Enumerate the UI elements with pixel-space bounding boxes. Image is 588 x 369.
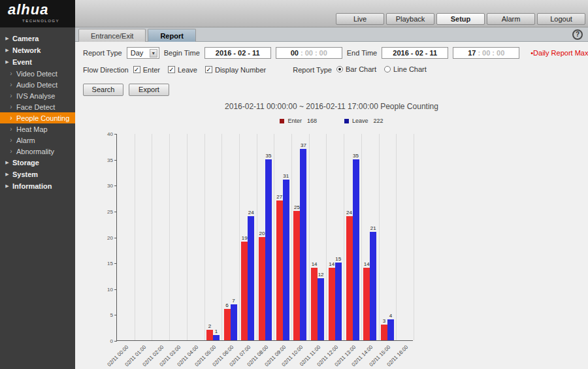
gridline [379, 134, 380, 340]
flow-direction-options: ✓Enter✓Leave✓Display Number [133, 65, 274, 74]
radio-line-chart[interactable]: Line Chart [384, 65, 427, 73]
bar-enter-02-11-10-00 [293, 211, 300, 340]
nav-playback-button[interactable]: Playback [386, 13, 434, 25]
end-date-input[interactable]: 2016 - 02 - 11 [382, 47, 448, 59]
radio-icon [384, 66, 391, 72]
sidebar-item-storage[interactable]: ▶Storage [0, 157, 75, 168]
sidebar-item-video-detect[interactable]: ›Video Detect [0, 68, 75, 79]
nav-alarm-button[interactable]: Alarm [487, 13, 535, 25]
menu-arrow-icon: ▶ [5, 172, 10, 177]
sidebar-item-alarm[interactable]: ›Alarm [0, 135, 75, 146]
max-range-note: •Daily Report Max Range Is 24 Hours [531, 49, 588, 57]
bar-enter-02-11-12-00 [329, 268, 335, 340]
menu-arrow-icon: ▶ [5, 48, 10, 53]
bar-leave-02-11-09-00 [283, 180, 289, 340]
sidebar-item-network[interactable]: ▶Network [0, 44, 75, 56]
gridline [396, 134, 397, 340]
bar-value-label: 15 [332, 256, 345, 262]
export-button[interactable]: Export [129, 84, 169, 96]
sidebar-item-face-detect[interactable]: ›Face Detect [0, 101, 75, 112]
sidebar-item-label: Abnormality [16, 148, 54, 155]
sidebar-item-system[interactable]: ▶System [0, 168, 75, 180]
bar-value-label: 21 [367, 225, 380, 231]
sidebar-item-label: Audio Detect [16, 81, 57, 89]
legend-item-leave: Leave222 [344, 118, 384, 124]
gridline [414, 134, 414, 340]
sidebar-item-ivs-analyse[interactable]: ›IVS Analyse [0, 90, 75, 101]
radio-icon [336, 66, 343, 72]
action-buttons: Search Export [83, 84, 169, 96]
filter-row-time: Report Type Day ▾ Begin Time 2016 - 02 -… [83, 47, 588, 59]
checkbox-display-number[interactable]: ✓Display Number [205, 66, 266, 74]
legend-total: 222 [374, 118, 384, 124]
chevron-down-icon: ▾ [150, 49, 157, 57]
sidebar-item-people-counting[interactable]: ›People Counting [0, 112, 75, 123]
sidebar-item-event[interactable]: ▶Event [0, 56, 75, 68]
legend-swatch [344, 119, 349, 123]
chart-type-label: Report Type [293, 66, 332, 74]
y-axis-tick-label: 15 [96, 261, 113, 266]
bar-enter-02-11-11-00 [311, 268, 318, 340]
checkbox-label: Enter [143, 66, 160, 74]
checkbox-leave[interactable]: ✓Leave [168, 66, 197, 74]
checkbox-enter[interactable]: ✓Enter [133, 66, 160, 74]
y-axis-tick-label: 30 [96, 183, 113, 189]
begin-hour-field: 00 [291, 49, 299, 57]
sidebar-item-audio-detect[interactable]: ›Audio Detect [0, 79, 75, 90]
bar-enter-02-11-13-00 [346, 216, 353, 340]
end-time-label: End Time [347, 49, 377, 57]
y-axis-tick-label: 40 [96, 131, 113, 137]
nav-logout-button[interactable]: Logout [537, 13, 585, 25]
logo-subtext: TECHNOLOGY [22, 19, 59, 23]
bar-value-label: 12 [314, 272, 327, 278]
sidebar-item-label: Alarm [16, 136, 35, 144]
sidebar: ▶Camera▶Network▶Event›Video Detect›Audio… [0, 27, 75, 369]
end-second-field: 00 [497, 49, 504, 57]
sidebar-item-camera[interactable]: ▶Camera [0, 33, 75, 44]
bar-leave-02-11-07-00 [248, 216, 254, 340]
gridline [135, 134, 135, 340]
legend-swatch [280, 119, 284, 123]
checkbox-icon: ✓ [168, 66, 175, 73]
bar-value-label: 35 [262, 153, 275, 159]
menu-arrow-icon: ▶ [5, 184, 10, 189]
submenu-bullet-icon: › [8, 148, 14, 155]
sidebar-item-label: IVS Analyse [16, 92, 55, 100]
gridline [169, 134, 170, 340]
report-type-select[interactable]: Day ▾ [127, 47, 159, 59]
gridline [187, 134, 188, 340]
y-axis-tick [114, 238, 117, 238]
begin-date-input[interactable]: 2016 - 02 - 11 [204, 47, 271, 59]
sidebar-item-information[interactable]: ▶Information [0, 180, 75, 192]
bar-leave-02-11-11-00 [318, 278, 324, 340]
gridline [309, 134, 310, 340]
legend-label: Leave [352, 118, 368, 124]
help-icon[interactable]: ? [572, 29, 583, 40]
report-type-label: Report Type [83, 49, 122, 57]
nav-live-button[interactable]: Live [336, 13, 384, 25]
y-axis-tick [114, 212, 117, 212]
bar-value-label: 24 [244, 210, 257, 216]
dahua-web-ui: alhua TECHNOLOGY LivePlaybackSetupAlarmL… [0, 0, 588, 369]
end-time-input[interactable]: 17 : 00 : 00 [453, 47, 519, 59]
gridline [257, 134, 257, 340]
radio-label: Line Chart [393, 65, 427, 73]
radio-bar-chart[interactable]: Bar Chart [336, 65, 376, 73]
report-type-value: Day [131, 49, 144, 57]
time-separator: : [315, 49, 318, 57]
gridline [344, 134, 344, 340]
bar-leave-02-11-08-00 [265, 159, 272, 340]
bar-enter-02-11-14-00 [363, 268, 370, 340]
menu-arrow-icon: ▶ [5, 36, 10, 41]
y-axis-tick [114, 134, 117, 135]
radio-label: Bar Chart [346, 65, 376, 73]
nav-setup-button[interactable]: Setup [436, 13, 485, 25]
tab-entrance-exit[interactable]: Entrance/Exit [78, 29, 146, 42]
bar-value-label: 1 [210, 329, 223, 334]
begin-time-input[interactable]: 00 : 00 : 00 [276, 47, 342, 59]
search-button[interactable]: Search [83, 84, 123, 96]
sidebar-item-abnormality[interactable]: ›Abnormality [0, 146, 75, 157]
y-axis-tick-label: 20 [96, 234, 113, 240]
sidebar-item-heat-map[interactable]: ›Heat Map [0, 123, 75, 135]
tab-report[interactable]: Report [148, 29, 195, 42]
